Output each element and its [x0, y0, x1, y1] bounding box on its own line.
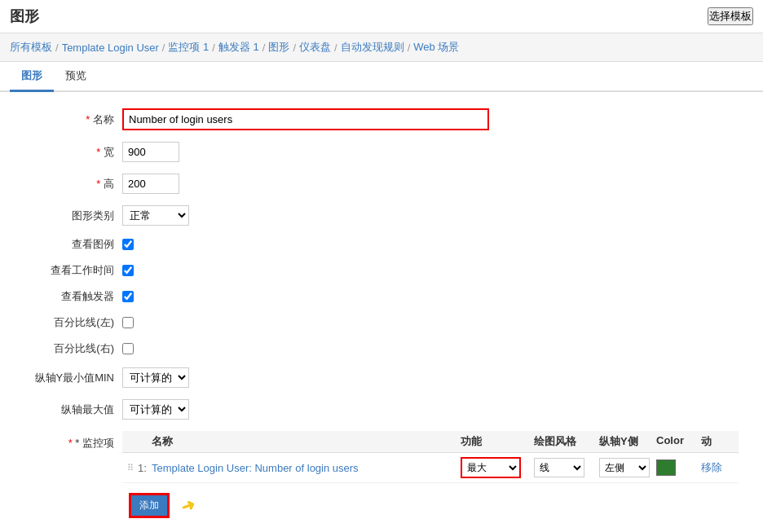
breadcrumb-all-templates[interactable]: 所有模板: [10, 40, 52, 55]
y-min-select[interactable]: 可计算的 固定 物品: [122, 367, 189, 388]
y-min-label: 纵轴Y最小值MIN: [24, 371, 122, 385]
height-input[interactable]: [122, 174, 179, 194]
main-content: 名称 宽 高 图形类别 正常 堆叠 饼图 分解饼图 查看图例 查看工作时间 查看…: [0, 92, 763, 532]
show-triggers-label: 查看触发器: [24, 289, 122, 304]
tab-graph[interactable]: 图形: [10, 62, 54, 92]
form-row-monitor-items: * 监控项 名称 功能 绘图风格 纵轴Y侧 Color 动 ⠿ 1: Templ…: [24, 431, 739, 528]
select-template-button[interactable]: 选择模板: [708, 7, 753, 25]
header-action: 动: [701, 434, 734, 449]
row-action: 移除: [701, 460, 734, 475]
header-axis: 纵轴Y侧: [599, 434, 656, 449]
tabs-bar: 图形 预览: [0, 62, 763, 92]
percentile-right-label: 百分比线(右): [24, 341, 122, 356]
height-label: 高: [24, 177, 122, 191]
breadcrumb-template-login-user[interactable]: Template Login User: [62, 42, 159, 54]
form-row-graph-type: 图形类别 正常 堆叠 饼图 分解饼图: [24, 205, 739, 226]
form-row-percentile-left: 百分比线(左): [24, 315, 739, 330]
form-row-width: 宽: [24, 142, 739, 162]
row-item-name: Template Login User: Number of login use…: [152, 462, 461, 474]
show-work-time-checkbox[interactable]: [122, 265, 134, 276]
breadcrumb-web-scenario[interactable]: Web 场景: [413, 40, 459, 55]
add-monitor-item-button[interactable]: 添加: [129, 493, 170, 518]
header-draw: 绘图风格: [534, 434, 599, 449]
breadcrumb-trigger-1[interactable]: 触发器 1: [218, 40, 259, 55]
form-row-name: 名称: [24, 108, 739, 130]
percentile-left-checkbox[interactable]: [122, 317, 134, 328]
width-label: 宽: [24, 145, 122, 160]
drag-handle-icon[interactable]: ⠿: [127, 463, 134, 473]
name-input[interactable]: [122, 108, 489, 130]
breadcrumb-graph[interactable]: 图形: [268, 40, 289, 55]
remove-item-link[interactable]: 移除: [701, 461, 722, 473]
show-legend-checkbox[interactable]: [122, 239, 134, 250]
form-row-percentile-right: 百分比线(右): [24, 341, 739, 356]
percentile-right-checkbox[interactable]: [122, 343, 134, 354]
header-name: 名称: [152, 434, 461, 449]
header-num: [127, 434, 152, 449]
breadcrumb-auto-discovery[interactable]: 自动发现规则: [341, 40, 404, 55]
graph-type-label: 图形类别: [24, 209, 122, 223]
width-input[interactable]: [122, 142, 179, 162]
color-picker[interactable]: [656, 459, 676, 476]
y-max-select[interactable]: 可计算的 固定 物品: [122, 399, 189, 420]
breadcrumb-monitor-item-1[interactable]: 监控项 1: [168, 40, 209, 55]
y-axis-select[interactable]: 左侧 右侧: [599, 458, 650, 477]
monitor-items-label: * 监控项: [24, 431, 122, 451]
form-row-height: 高: [24, 174, 739, 194]
monitor-item-link[interactable]: Template Login User: Number of login use…: [152, 462, 359, 474]
row-color: [656, 459, 701, 476]
arrow-indicator-icon: ➜: [178, 494, 197, 517]
tab-preview[interactable]: 预览: [54, 62, 98, 92]
name-label: 名称: [24, 112, 122, 127]
header-color: Color: [656, 434, 701, 449]
percentile-left-label: 百分比线(左): [24, 315, 122, 330]
row-num: ⠿ 1:: [127, 462, 152, 474]
header-func: 功能: [461, 434, 534, 449]
page-title: 图形: [10, 7, 39, 26]
row-axis: 左侧 右侧: [599, 458, 656, 477]
show-legend-label: 查看图例: [24, 237, 122, 252]
show-work-time-label: 查看工作时间: [24, 263, 122, 278]
form-row-show-legend: 查看图例: [24, 237, 739, 252]
monitor-table-row: ⠿ 1: Template Login User: Number of logi…: [122, 453, 739, 483]
y-max-label: 纵轴最大值: [24, 402, 122, 417]
monitor-table-header: 名称 功能 绘图风格 纵轴Y侧 Color 动: [122, 431, 739, 453]
row-number: 1:: [138, 462, 147, 474]
monitor-items-container: 名称 功能 绘图风格 纵轴Y侧 Color 动 ⠿ 1: Template Lo…: [122, 431, 739, 528]
show-triggers-checkbox[interactable]: [122, 291, 134, 302]
graph-type-select[interactable]: 正常 堆叠 饼图 分解饼图: [122, 205, 189, 226]
form-row-show-work-time: 查看工作时间: [24, 263, 739, 278]
form-row-y-min: 纵轴Y最小值MIN 可计算的 固定 物品: [24, 367, 739, 388]
breadcrumb: 所有模板 / Template Login User / 监控项 1 / 触发器…: [0, 33, 763, 62]
row-func: 最大 最小 平均 所有: [461, 457, 534, 478]
top-bar: 图形 选择模板: [0, 0, 763, 33]
func-select[interactable]: 最大 最小 平均 所有: [461, 457, 521, 478]
breadcrumb-dashboard[interactable]: 仪表盘: [299, 40, 331, 55]
add-item-row: 添加 ➜: [122, 483, 739, 528]
row-draw: 线 填充区域 粗线 点 虚线 梯度线: [534, 458, 599, 477]
form-row-y-max: 纵轴最大值 可计算的 固定 物品: [24, 399, 739, 420]
form-row-show-triggers: 查看触发器: [24, 289, 739, 304]
draw-style-select[interactable]: 线 填充区域 粗线 点 虚线 梯度线: [534, 458, 584, 477]
